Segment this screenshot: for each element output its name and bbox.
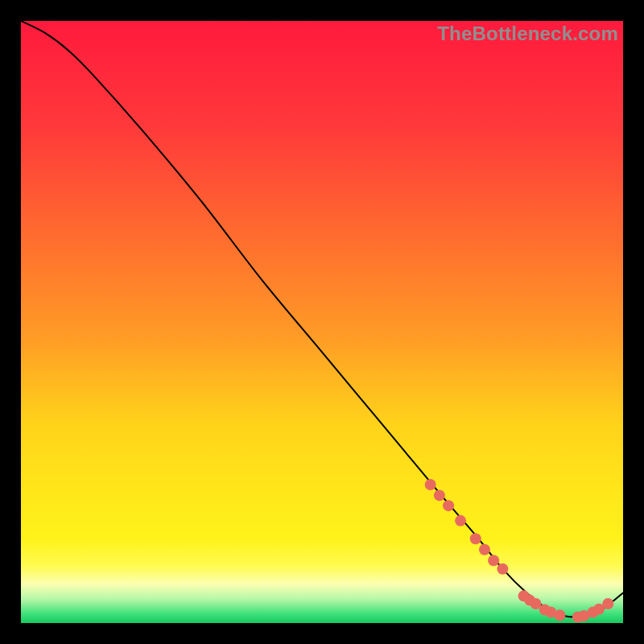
plot-area: TheBottleneck.com <box>21 21 623 623</box>
background-gradient <box>21 21 623 623</box>
chart-stage: TheBottleneck.com <box>0 0 644 644</box>
svg-rect-0 <box>21 21 623 623</box>
watermark-text: TheBottleneck.com <box>437 23 618 45</box>
